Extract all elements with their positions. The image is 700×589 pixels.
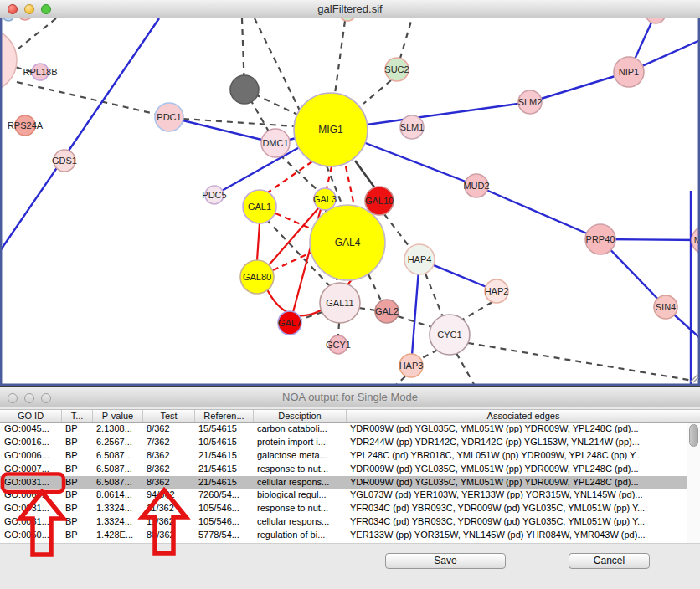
table-row[interactable]: GO:0031...BP1.3324...11/362105/546...cel… <box>0 515 687 529</box>
save-button[interactable]: Save <box>385 553 506 569</box>
column-header-p-value[interactable]: P-value <box>92 410 142 422</box>
cell: 94/362 <box>142 489 194 502</box>
network-window: RPL18BRPS24AGDS1PDC1DMC1MIG1SUC2SLM1SLM2… <box>0 0 700 386</box>
network-edge[interactable] <box>335 21 345 94</box>
cell: 8/362 <box>142 423 194 436</box>
node-label: MUD2 <box>463 181 489 191</box>
node-label: SLM1 <box>400 122 425 132</box>
node-label: GAL11 <box>326 298 353 308</box>
screen: RPL18BRPS24AGDS1PDC1DMC1MIG1SUC2SLM1SLM2… <box>0 0 700 589</box>
network-edge[interactable] <box>425 274 443 317</box>
network-edge[interactable] <box>268 161 312 192</box>
column-header-associated-edges[interactable]: Associated edges <box>346 410 700 422</box>
column-header-test[interactable]: Test <box>142 410 194 422</box>
cell: GO:0031... <box>0 502 61 515</box>
network-edge[interactable] <box>476 186 600 239</box>
cell: YDR009W (pd) YGL035C, YML051W (pp) YDR00… <box>346 463 687 476</box>
network-edge[interactable] <box>419 350 438 360</box>
cell: BP <box>61 502 92 515</box>
cell: 6.5087... <box>92 449 142 463</box>
column-header-t-[interactable]: T... <box>61 410 92 422</box>
window-title: NOA output for Single Mode <box>0 391 700 403</box>
close-icon[interactable] <box>8 393 18 403</box>
cell: BP <box>61 515 92 529</box>
network-edge[interactable] <box>411 259 419 366</box>
node-label: GDS1 <box>52 156 77 166</box>
network-edge[interactable] <box>338 323 339 335</box>
network-edge[interactable] <box>169 117 275 143</box>
minimize-icon[interactable] <box>24 4 34 14</box>
table-row[interactable]: GO:0050...BP1.428E...80/3625778/54...reg… <box>0 529 687 542</box>
cell: 6.2567... <box>92 436 142 449</box>
table-row[interactable]: GO:0007...BP6.5087...8/36221/54615respon… <box>0 463 687 476</box>
close-icon[interactable] <box>8 4 18 14</box>
table-row[interactable]: GO:0065...BP8.0614...94/3627260/54...bio… <box>0 489 687 502</box>
column-header-desciption[interactable]: Desciption <box>253 410 346 422</box>
network-edge[interactable] <box>363 80 391 104</box>
network-edge[interactable] <box>368 274 382 302</box>
network-edge[interactable] <box>355 161 375 188</box>
node-dark-node[interactable] <box>230 75 259 104</box>
cell: BP <box>61 489 92 502</box>
network-edge[interactable] <box>346 166 354 206</box>
cell: GO:0065... <box>0 489 61 502</box>
cell: YDR009W (pd) YGL035C, YML051W (pp) YDR00… <box>346 476 687 489</box>
table-row[interactable]: GO:0016...BP6.2567...7/36210/54615protei… <box>0 436 687 449</box>
window-title: galFiltered.sif <box>0 3 700 15</box>
cell: GO:0050... <box>0 529 61 542</box>
node-label: SIN4 <box>656 302 676 312</box>
node-label: GAL10 <box>365 196 394 206</box>
network-edge[interactable] <box>17 82 169 117</box>
cell: carbon cataboli... <box>253 423 346 436</box>
zoom-icon[interactable] <box>41 393 51 403</box>
network-canvas[interactable]: RPL18BRPS24AGDS1PDC1DMC1MIG1SUC2SLM1SLM2… <box>0 0 700 386</box>
cell: BP <box>61 463 92 476</box>
node-label: CYC1 <box>437 330 461 340</box>
cell: YDR244W (pp) YDR142C, YDR142C (pp) YGL15… <box>346 436 687 449</box>
node-label: HAP3 <box>399 361 424 371</box>
table-row[interactable]: GO:0006...BP6.5087...8/36221/54615galact… <box>0 449 687 463</box>
minimize-icon[interactable] <box>24 393 34 403</box>
cell: 2.1308... <box>92 423 142 436</box>
node-label: GAL1 <box>248 202 271 212</box>
node-label: MIG1 <box>318 124 343 136</box>
network-edge[interactable] <box>460 302 492 321</box>
network-edge[interactable] <box>384 214 412 250</box>
scrollbar-thumb[interactable] <box>689 424 698 447</box>
column-header-go-id[interactable]: GO ID <box>0 410 61 422</box>
node-label: GAL7 <box>278 318 301 328</box>
cell: 7260/54... <box>194 489 253 502</box>
network-edge[interactable] <box>255 18 300 110</box>
cell: cellular respons... <box>253 515 346 529</box>
cell: 80/362 <box>142 529 194 542</box>
cell: 1.3324... <box>92 515 142 529</box>
cancel-button[interactable]: Cancel <box>569 553 650 569</box>
cell: 8/362 <box>142 463 194 476</box>
zoom-icon[interactable] <box>41 4 51 14</box>
table-row[interactable]: GO:0045...BP2.1308...8/36215/54615carbon… <box>0 423 687 436</box>
node-label: NIP1 <box>619 67 639 77</box>
node-label: DMC1 <box>262 138 288 148</box>
table-row[interactable]: GO:0031...BP6.5087...8/36221/54615cellul… <box>0 476 687 489</box>
network-edge[interactable] <box>456 353 475 386</box>
network-edge[interactable] <box>359 308 376 310</box>
cell: 8.0614... <box>92 489 142 502</box>
cell: BP <box>61 423 92 436</box>
results-table: GO:0045...BP2.1308...8/36215/54615carbon… <box>0 423 687 543</box>
table-row[interactable]: GO:0031...BP1.3324...11/362105/546...res… <box>0 502 687 515</box>
network-window-titlebar[interactable]: galFiltered.sif <box>0 0 700 18</box>
vertical-scrollbar[interactable] <box>687 423 700 543</box>
node-label: GAL2 <box>375 306 399 316</box>
network-edge[interactable] <box>257 223 260 260</box>
noa-window-titlebar[interactable]: NOA output for Single Mode <box>0 387 700 407</box>
network-edge[interactable] <box>468 343 693 381</box>
column-header-referen-[interactable]: Referen... <box>194 410 253 422</box>
cell: GO:0031... <box>0 476 61 489</box>
divider <box>0 543 700 544</box>
noa-output-window: NOA output for Single Mode GO IDT...P-va… <box>0 386 700 589</box>
cell: BP <box>61 476 92 489</box>
network-edge[interactable] <box>275 213 311 228</box>
network-edge[interactable] <box>18 18 56 49</box>
node-big-left[interactable] <box>0 28 17 92</box>
window-controls <box>8 4 51 14</box>
